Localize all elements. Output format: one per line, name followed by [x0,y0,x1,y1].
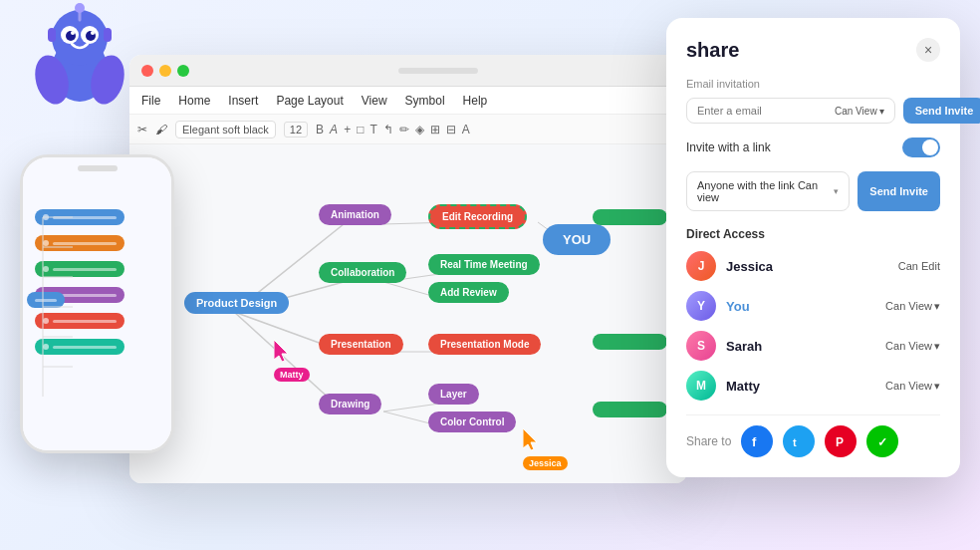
user-row-sarah: S Sarah Can View ▾ [686,331,940,361]
send-invite-button-link[interactable]: Send Invite [858,171,940,211]
close-dot [141,65,153,77]
permission-you[interactable]: Can View ▾ [885,300,940,313]
share-to-label: Share to [686,434,731,448]
mobile-notch [78,165,118,171]
twitter-icon[interactable]: t [783,425,815,457]
menu-page-layout[interactable]: Page Layout [276,94,343,108]
toolbar: ✂ 🖌 Elegant soft black 12 B A + □ T ↰ ✏ … [129,115,687,144]
toolbar-plus-icon[interactable]: + [344,123,351,137]
node-product-design[interactable]: Product Design [184,292,289,314]
user-row-jessica: J Jessica Can Edit [686,251,940,281]
avatar-you: Y [686,291,716,321]
permission-jessica: Can Edit [898,260,940,272]
toolbar-pen-icon[interactable]: ✏ [399,123,409,137]
canvas-connections [129,144,687,483]
svg-text:P: P [836,435,844,449]
node-presentation[interactable]: Presentation [319,334,403,355]
menu-symbol[interactable]: Symbol [405,94,445,108]
svg-point-6 [71,31,75,35]
link-toggle[interactable] [902,138,940,157]
toolbar-bold-icon[interactable]: B [316,123,324,137]
toolbar-font-size[interactable]: 12 [284,122,308,138]
avatar-matty: M [686,371,716,401]
toolbar-text2-icon[interactable]: A [462,123,470,137]
toolbar-layer-icon[interactable]: ◈ [415,123,424,137]
node-collaboration[interactable]: Collaboration [319,262,406,283]
green-bar-3 [593,402,667,417]
mobile-far-left-node [27,292,65,318]
facebook-icon[interactable]: f [741,425,773,457]
toggle-knob [922,139,938,155]
toolbar-align-icon[interactable]: ⊟ [446,123,456,137]
node-color-control[interactable]: Color Control [428,412,516,432]
link-dropdown-row: Anyone with the link Can view ▾ Send Inv… [686,171,940,211]
email-permission-badge[interactable]: Can View ▾ [835,106,884,117]
permission-chevron-icon: ▾ [879,106,884,117]
toolbar-grid-icon[interactable]: ⊞ [430,123,440,137]
send-invite-button-email[interactable]: Send Invite [903,98,980,124]
share-header: share × [686,38,940,62]
perm-text-jessica: Can Edit [898,260,940,272]
minimize-dot [159,65,171,77]
toolbar-text-icon[interactable]: T [369,123,376,137]
font-selector[interactable]: Elegant soft black [175,121,276,138]
username-you: You [726,299,875,314]
share-to-row: Share to f t P ✓ [686,414,940,457]
permission-matty[interactable]: Can View ▾ [885,380,940,393]
svg-text:✓: ✓ [877,435,887,449]
share-panel: share × Email invitation Can View ▾ Send… [666,18,960,477]
line-icon[interactable]: ✓ [866,425,898,457]
svg-point-9 [75,3,85,13]
node-drawing[interactable]: Drawing [319,394,381,414]
node-presentation-mode[interactable]: Presentation Mode [428,334,541,355]
menu-home[interactable]: Home [178,94,210,108]
menu-help[interactable]: Help [463,94,488,108]
close-button[interactable]: × [916,38,940,62]
desktop-mockup: File Home Insert Page Layout View Symbol… [129,55,687,483]
link-permission-dropdown[interactable]: Anyone with the link Can view ▾ [686,171,850,211]
cursor-jessica-label: Jessica [523,456,568,470]
toolbar-paint-icon[interactable]: 🖌 [155,123,167,137]
menu-bar: File Home Insert Page Layout View Symbol… [129,87,687,115]
toolbar-icons: B A + □ T ↰ ✏ ◈ ⊞ ⊟ A [316,123,470,137]
node-edit-recording[interactable]: Edit Recording [428,204,527,229]
svg-rect-10 [48,28,56,42]
green-bar-2 [593,334,667,350]
svg-rect-11 [104,28,112,42]
avatar-jessica: J [686,251,716,281]
node-animation[interactable]: Animation [319,204,391,225]
email-input[interactable] [697,105,835,117]
direct-access-label: Direct Access [686,227,940,241]
maximize-dot [177,65,189,77]
mobile-screen [23,157,171,450]
email-row: Can View ▾ Send Invite [686,98,940,124]
title-bar [129,55,687,87]
node-add-review[interactable]: Add Review [428,282,509,303]
svg-text:t: t [793,436,797,448]
green-bar-1 [593,209,667,225]
menu-insert[interactable]: Insert [228,94,258,108]
node-real-time-meeting[interactable]: Real Time Meeting [428,254,540,275]
share-title: share [686,39,739,62]
user-row-you: Y You Can View ▾ [686,291,940,321]
you-badge: YOU [543,224,611,255]
url-bar [398,68,478,74]
pinterest-icon[interactable]: P [825,425,857,457]
perm-chevron-matty: ▾ [934,380,940,393]
toolbar-corner-icon[interactable]: ↰ [383,123,393,137]
svg-point-7 [91,31,95,35]
toolbar-rect-icon[interactable]: □ [357,123,364,137]
mascot [30,0,129,110]
username-sarah: Sarah [726,339,875,354]
dropdown-arrow-icon: ▾ [834,186,839,196]
menu-file[interactable]: File [141,94,160,108]
node-layer[interactable]: Layer [428,384,479,405]
avatar-sarah: S [686,331,716,361]
perm-text-sarah: Can View [885,340,932,352]
username-matty: Matty [726,379,875,394]
toolbar-italic-icon[interactable]: A [330,123,338,137]
email-input-wrap[interactable]: Can View ▾ [686,98,895,124]
menu-view[interactable]: View [362,94,387,108]
permission-sarah[interactable]: Can View ▾ [885,340,940,353]
toolbar-cut-icon[interactable]: ✂ [137,123,147,137]
